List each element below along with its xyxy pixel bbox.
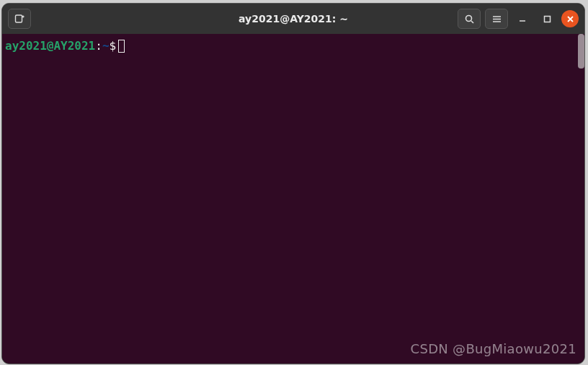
prompt-user-host: ay2021@AY2021 bbox=[5, 38, 95, 54]
window-title: ay2021@AY2021: ~ bbox=[239, 13, 348, 25]
minimize-icon bbox=[518, 14, 527, 23]
prompt-separator: : bbox=[95, 38, 102, 54]
new-tab-icon bbox=[14, 13, 25, 25]
scrollbar-thumb[interactable] bbox=[578, 34, 584, 69]
terminal-body[interactable]: ay2021@AY2021:~$ bbox=[2, 34, 584, 364]
menu-button[interactable] bbox=[485, 9, 508, 29]
svg-rect-0 bbox=[16, 15, 22, 22]
svg-line-4 bbox=[471, 21, 473, 23]
svg-rect-9 bbox=[544, 16, 550, 22]
terminal-window: ay2021@AY2021: ~ bbox=[2, 4, 584, 364]
close-icon bbox=[566, 15, 574, 23]
menu-icon bbox=[491, 14, 502, 25]
close-button[interactable] bbox=[561, 10, 579, 27]
prompt-line: ay2021@AY2021:~$ bbox=[5, 38, 582, 54]
minimize-button[interactable] bbox=[512, 9, 533, 29]
new-tab-button[interactable] bbox=[8, 9, 31, 29]
titlebar-right bbox=[458, 9, 579, 29]
titlebar-left bbox=[8, 9, 35, 29]
watermark-text: CSDN @BugMiaowu2021 bbox=[411, 341, 576, 356]
titlebar: ay2021@AY2021: ~ bbox=[2, 4, 584, 34]
prompt-symbol: $ bbox=[110, 38, 117, 54]
search-button[interactable] bbox=[458, 9, 481, 29]
prompt-cwd: ~ bbox=[102, 38, 110, 54]
svg-point-3 bbox=[466, 15, 471, 21]
maximize-button[interactable] bbox=[537, 9, 557, 29]
maximize-icon bbox=[543, 15, 551, 23]
search-icon bbox=[464, 14, 475, 25]
terminal-cursor bbox=[118, 40, 125, 53]
